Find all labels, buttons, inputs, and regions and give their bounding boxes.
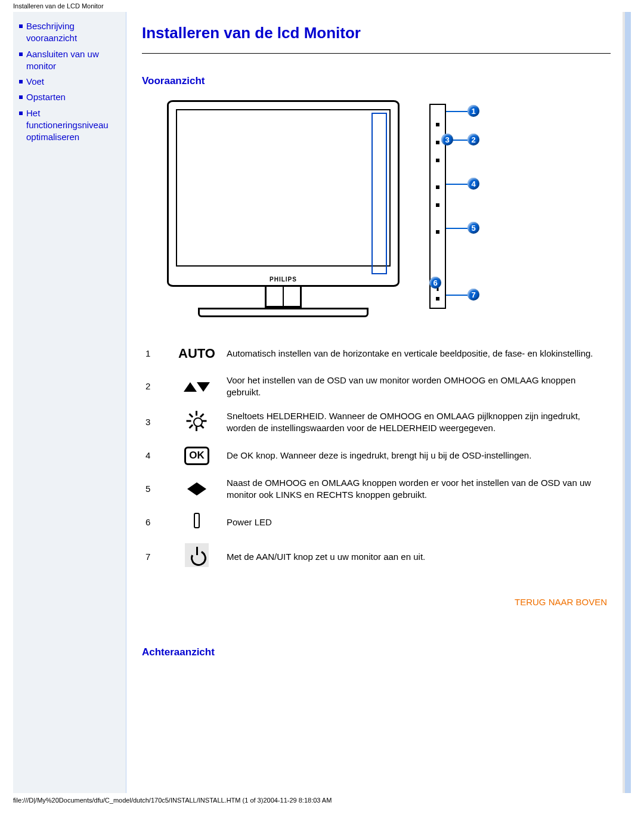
bullet-icon — [19, 80, 23, 83]
legend-text: Sneltoets HELDERHEID. Wanneer de OMHOOG … — [223, 404, 611, 441]
legend-number: 4 — [142, 441, 171, 471]
scrollbar-track[interactable] — [623, 12, 625, 793]
monitor-illustration: PHILIPS — [155, 100, 411, 317]
callout-1: 1 — [467, 105, 479, 117]
content-frame: Beschrijving vooraanzicht Aansluiten van… — [13, 12, 631, 793]
table-row: 7 Met de AAN/UIT knop zet u uw monitor a… — [142, 537, 611, 576]
section-title-front: Vooraanzicht — [142, 75, 611, 87]
legend-number: 1 — [142, 339, 171, 368]
legend-text: Power LED — [223, 507, 611, 537]
legend-number: 5 — [142, 471, 171, 507]
callout-4: 4 — [467, 178, 479, 190]
left-right-icon — [171, 471, 223, 507]
divider — [142, 53, 611, 54]
legend-number: 6 — [142, 507, 171, 537]
bullet-icon — [19, 112, 23, 115]
auto-icon: AUTO — [178, 346, 215, 361]
legend-text: Automatisch instellen van de horizontake… — [223, 339, 611, 368]
legend-text: Met de AAN/UIT knop zet u uw monitor aan… — [223, 537, 611, 576]
table-row: 1 AUTO Automatisch instellen van de hori… — [142, 339, 611, 368]
callout-6: 6 — [429, 277, 441, 289]
bullet-icon — [19, 52, 23, 56]
callout-7: 7 — [467, 289, 479, 301]
led-icon — [171, 507, 223, 537]
table-row: 5 Naast de OMHOOG en OMLAAG knoppen word… — [142, 471, 611, 507]
main-content: Installeren van de lcd Monitor Vooraanzi… — [126, 12, 623, 793]
sidebar: Beschrijving vooraanzicht Aansluiten van… — [13, 12, 126, 793]
callout-2: 2 — [467, 134, 479, 145]
sidebar-item-start[interactable]: Opstarten — [26, 91, 66, 103]
sidebar-item-connect[interactable]: Aansluiten van uw monitor — [26, 48, 121, 73]
brand-label: PHILIPS — [169, 274, 398, 285]
legend-text: De OK knop. Wanneer deze is ingedrukt, b… — [223, 441, 611, 471]
window-title: Installeren van de LCD Monitor — [0, 0, 644, 12]
section-title-rear: Achteraanzicht — [142, 646, 611, 658]
brightness-icon — [171, 404, 223, 441]
table-row: 4 OK De OK knop. Wanneer deze is ingedru… — [142, 441, 611, 471]
table-row: 6 Power LED — [142, 507, 611, 537]
callout-3: 3 — [441, 134, 453, 145]
back-to-top-link[interactable]: TERUG NAAR BOVEN — [515, 597, 607, 607]
footer-path: file:///D|/My%20Documents/dfu/C_model/du… — [0, 793, 644, 810]
legend-text: Naast de OMHOOG en OMLAAG knoppen worden… — [223, 471, 611, 507]
bullet-icon — [19, 95, 23, 99]
button-legend-table: 1 AUTO Automatisch instellen van de hori… — [142, 339, 611, 577]
sidebar-item-optimize[interactable]: Het functioneringsniveau optimaliseren — [26, 107, 121, 144]
up-down-icon — [171, 368, 223, 405]
table-row: 3 Sneltoets HELDERHEID — [142, 404, 611, 441]
legend-number: 2 — [142, 368, 171, 405]
ok-icon: OK — [184, 447, 209, 465]
legend-number: 3 — [142, 404, 171, 441]
side-panel-illustration: 1 2 3 4 5 6 7 — [429, 100, 490, 315]
power-icon — [171, 537, 223, 576]
bullet-icon — [19, 24, 23, 28]
callout-5: 5 — [467, 222, 479, 234]
page-title: Installeren van de lcd Monitor — [142, 24, 611, 42]
button-strip-highlight — [371, 113, 387, 274]
front-view-diagram: PHILIPS — [142, 100, 611, 317]
sidebar-item-front[interactable]: Beschrijving vooraanzicht — [26, 20, 121, 45]
legend-number: 7 — [142, 537, 171, 576]
legend-text: Voor het instellen van de OSD van uw mon… — [223, 368, 611, 405]
table-row: 2 Voor het instellen van de OSD van uw m… — [142, 368, 611, 405]
sidebar-item-base[interactable]: Voet — [26, 76, 44, 88]
